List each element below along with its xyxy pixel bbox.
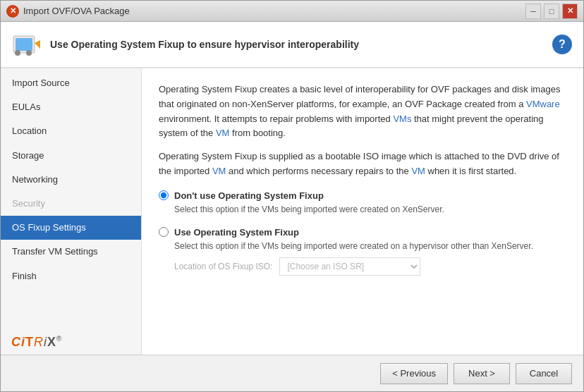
svg-point-4 [26,50,32,56]
iso-location-row: Location of OS Fixup ISO: [Choose an ISO… [174,257,566,276]
radio-group: Don't use Operating System Fixup Select … [159,190,566,276]
next-button[interactable]: Next > [454,363,510,384]
radio-use[interactable] [159,227,169,237]
sidebar-item-eulas[interactable]: EULAs [1,95,141,119]
iso-location-label: Location of OS Fixup ISO: [174,262,272,271]
radio-label-dont-use[interactable]: Don't use Operating System Fixup [159,190,566,201]
footer: < Previous Next > Cancel [1,355,583,391]
close-button[interactable]: ✕ [562,4,578,19]
title-bar-left: ✕ Import OVF/OVA Package [6,5,130,18]
maximize-button[interactable]: □ [544,4,559,19]
sidebar-item-finish[interactable]: Finish [1,264,141,288]
radio-option-dont-use: Don't use Operating System Fixup Select … [159,190,566,216]
svg-point-3 [15,50,20,56]
radio-desc-use: Select this option if the VMs being impo… [174,240,566,252]
radio-dont-use[interactable] [159,190,169,200]
radio-desc-dont-use: Select this option if the VMs being impo… [174,204,566,216]
svg-marker-2 [35,40,40,49]
window-icon: ✕ [6,5,19,18]
help-button[interactable]: ? [552,35,572,54]
header-bar: Use Operating System Fixup to ensure hyp… [1,22,583,68]
sidebar-item-storage[interactable]: Storage [1,144,141,168]
radio-option-use: Use Operating System Fixup Select this o… [159,227,566,276]
cancel-button[interactable]: Cancel [516,363,572,384]
window-title: Import OVF/OVA Package [23,6,130,16]
description-paragraph-1: Operating System Fixup creates a basic l… [159,82,566,141]
title-bar: ✕ Import OVF/OVA Package ─ □ ✕ [1,1,583,22]
description-paragraph-2: Operating System Fixup is supplied as a … [159,149,566,179]
sidebar-item-transfer-vm-settings[interactable]: Transfer VM Settings [1,240,141,264]
sidebar-item-networking[interactable]: Networking [1,168,141,192]
radio-option2-text: Use Operating System Fixup [174,227,299,238]
iso-sr-dropdown[interactable]: [Choose an ISO SR] [279,257,420,276]
content-area: Import Source EULAs Location Storage Net… [1,68,583,355]
title-bar-controls: ─ □ ✕ [525,4,578,19]
window: ✕ Import OVF/OVA Package ─ □ ✕ Use Opera… [0,0,584,392]
svg-rect-1 [16,38,32,51]
minimize-button[interactable]: ─ [525,4,541,19]
sidebar-item-location[interactable]: Location [1,119,141,143]
sidebar-item-import-source[interactable]: Import Source [1,71,141,95]
previous-button[interactable]: < Previous [380,363,448,384]
sidebar-item-security: Security [1,192,141,216]
main-content: Operating System Fixup creates a basic l… [142,68,583,355]
radio-option1-text: Don't use Operating System Fixup [174,190,324,201]
header-icon [12,30,40,59]
sidebar-item-os-fixup-settings[interactable]: OS Fixup Settings [1,216,141,240]
sidebar: Import Source EULAs Location Storage Net… [1,68,142,355]
page-title: Use Operating System Fixup to ensure hyp… [50,39,542,50]
citrix-logo: CiTRiX® [11,335,62,350]
radio-label-use[interactable]: Use Operating System Fixup [159,227,566,238]
